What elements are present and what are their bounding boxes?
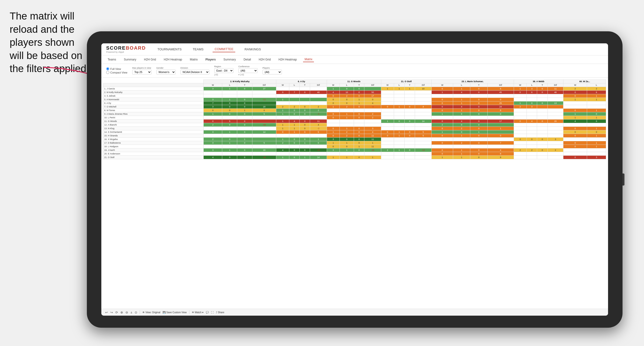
comment-button[interactable]: 💬 (206, 311, 209, 314)
matrix-cell: 1 (432, 156, 453, 159)
wlt-w5: W (432, 83, 453, 87)
matrix-cell: 1 (453, 101, 470, 105)
row-player-name: 17. D Ballesteros (104, 141, 204, 145)
matrix-cell: 1 (587, 134, 606, 138)
matrix-cell: 3 (527, 105, 537, 109)
matrix-cell: 1 (364, 141, 381, 145)
gender-select[interactable]: Women's (156, 70, 176, 74)
settings-button[interactable]: ⊙ (135, 311, 137, 314)
fit-button[interactable]: ± (130, 311, 132, 314)
matrix-cell (548, 116, 564, 120)
matrix-cell (364, 123, 381, 127)
matrix-cell: 0 (404, 105, 415, 109)
save-custom-view-button[interactable]: 💾 Save Custom View (163, 311, 186, 314)
matrix-cell: 2 (453, 141, 470, 145)
matrix-cell (300, 134, 310, 138)
matrix-cell: 0 (470, 149, 488, 152)
watch-button[interactable]: 👁 Watch ▾ (192, 311, 204, 314)
matrix-cell: 1 (354, 98, 364, 101)
full-view-option[interactable]: Full View (106, 67, 128, 70)
conference-select[interactable]: (All) (238, 68, 258, 73)
matrix-cell: 1 (276, 120, 289, 123)
subnav-matrix[interactable]: Matrix (188, 57, 199, 62)
subnav-summary2[interactable]: Summary (222, 57, 237, 62)
matrix-cell: -2 (310, 127, 327, 130)
matrix-cell (381, 94, 394, 98)
matrix-cell: 0 (222, 138, 237, 141)
matrix-cell (252, 127, 276, 130)
matrix-cell: -39 (252, 156, 276, 159)
zoom-out-button[interactable]: ⊖ (126, 311, 128, 314)
matrix-cell: 0 (354, 149, 364, 152)
matrix-cell (289, 87, 300, 91)
share-button[interactable]: ⤴ Share (216, 311, 224, 314)
row-player-name: 2. M Kelly Mulcahy (104, 91, 204, 94)
players-select[interactable]: (All) (262, 70, 282, 74)
matrix-cell: 1 (340, 116, 354, 120)
matrix-cell (527, 156, 537, 159)
matrix-cell: 50 (364, 91, 381, 94)
matrix-cell: 0 (327, 145, 340, 149)
subnav-summary[interactable]: Summary (122, 57, 138, 62)
matrix-cell: 1 (364, 156, 381, 159)
matrix-cell (415, 145, 432, 149)
matrix-cell: 7 (488, 141, 514, 145)
undo-button[interactable]: ↩ (105, 311, 108, 314)
matrix-cell (222, 145, 237, 149)
subnav-teams[interactable]: Teams (106, 57, 118, 62)
matrix-cell: 11 (364, 134, 381, 138)
compact-view-option[interactable]: Compact View (106, 71, 128, 74)
matrix-cell: 13 (548, 101, 564, 105)
matrix-cell (415, 152, 432, 156)
matrix-cell: 2 (587, 87, 606, 91)
matrix-cell: 0 (327, 134, 340, 138)
wlt-t1: T (237, 83, 252, 87)
subnav-h2h-heatmap2[interactable]: H2H Heatmap (277, 57, 298, 62)
nav-rankings[interactable]: RANKINGS (242, 46, 263, 52)
matrix-cell: 1 (222, 141, 237, 145)
max-players-select[interactable]: Top 25 (132, 70, 152, 74)
subnav-players[interactable]: Players (204, 57, 217, 62)
matrix-cell (415, 94, 432, 98)
subnav-matrix2[interactable]: Matrix (303, 57, 314, 62)
matrix-cell (587, 152, 606, 156)
view-original-button[interactable]: 👁 View: Original (142, 311, 160, 314)
region-select[interactable]: East - DII (214, 68, 234, 73)
wlt-d5: Dif (488, 83, 514, 87)
matrix-cell (204, 145, 222, 149)
matrix-cell (204, 152, 222, 156)
redo-button[interactable]: ↪ (110, 311, 113, 314)
matrix-table: 2. M Kelly Mulcahy 6. A Dy 11. G Woods 2… (103, 80, 606, 159)
subnav-h2h-grid2[interactable]: H2H Grid (257, 57, 272, 62)
subnav-detail[interactable]: Detail (242, 57, 252, 62)
matrix-cell: 1 (222, 98, 237, 101)
matrix-cell: 0 (564, 91, 587, 94)
wlt-t2: T (300, 83, 310, 87)
full-view-radio[interactable] (106, 67, 109, 70)
zoom-in-button[interactable]: ⊕ (120, 311, 123, 314)
matrix-cell (537, 141, 548, 145)
matrix-cell (514, 109, 527, 112)
matrix-cell: 1 (327, 141, 340, 145)
matrix-cell (237, 145, 252, 149)
nav-teams[interactable]: TEAMS (191, 46, 206, 52)
subnav-h2h-heatmap[interactable]: H2H Heatmap (162, 57, 184, 62)
division-select[interactable]: NCAA Division II (180, 70, 210, 74)
matrix-cell (276, 94, 289, 98)
wlt-w3: W (327, 83, 340, 87)
matrix-cell: 0 (300, 127, 310, 130)
compact-view-radio[interactable] (106, 71, 109, 74)
refresh-button[interactable]: ⟳ (115, 311, 118, 314)
matrix-cell (537, 156, 548, 159)
matrix-cell: 0 (354, 156, 364, 159)
nav-tournaments[interactable]: TOURNAMENTS (156, 46, 184, 52)
matrix-cell: 0 (564, 127, 587, 130)
matrix-cell (364, 87, 381, 91)
matrix-cell (300, 87, 310, 91)
nav-committee[interactable]: COMMITTEE (212, 46, 235, 52)
matrix-cell: 0 (470, 120, 488, 123)
matrix-cell (488, 123, 514, 127)
fullscreen-button[interactable]: ⛶ (211, 311, 214, 314)
subnav-h2h-grid[interactable]: H2H Grid (142, 57, 158, 62)
matrix-cell: 7 (204, 101, 222, 105)
